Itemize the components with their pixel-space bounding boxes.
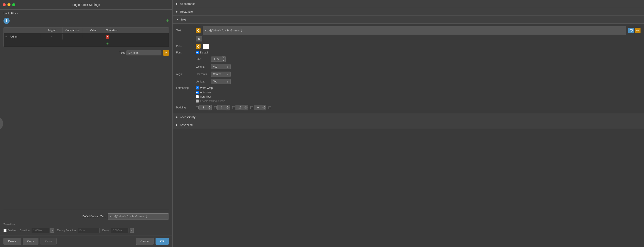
- padding-top-up[interactable]: ▲: [208, 105, 212, 108]
- text-edit-button[interactable]: ✏: [163, 50, 169, 56]
- padding-bottom-stepper[interactable]: ▲ ▼: [236, 105, 248, 110]
- cell-operation[interactable]: [82, 35, 104, 38]
- horizontal-select[interactable]: Center Left Right: [211, 72, 231, 77]
- share-icon[interactable]: [196, 28, 200, 33]
- color-swatch[interactable]: [203, 44, 209, 49]
- delete-row-button[interactable]: ✕: [106, 35, 109, 39]
- padding-left-icon: ☐: [250, 106, 253, 110]
- text-section-body: Text: <b>$(*bdnm)</b><br>$(*rmnm): [172, 23, 644, 113]
- padding-right-group: ☐ ▲ ▼: [214, 105, 230, 110]
- cell-value[interactable]: [63, 35, 82, 38]
- padding-left-down[interactable]: ▼: [262, 108, 266, 110]
- padding-right-icon: ☐: [214, 106, 217, 110]
- padding-left-input[interactable]: [254, 105, 262, 110]
- easing-label: Easing Function:: [57, 229, 76, 232]
- easing-select: Ease: [78, 228, 100, 233]
- vertical-select[interactable]: Top Middle Bottom: [211, 79, 231, 84]
- dialog-body: Logic Block ℹ + Trigger Comparison Value…: [0, 9, 172, 235]
- padding-left-group: ☐ ▲ ▼: [250, 105, 266, 110]
- row-handle[interactable]: ⠿: [4, 35, 8, 38]
- padding-bottom-input[interactable]: [236, 105, 244, 110]
- formatting-options: Word wrap Auto size Scroll bar Enable tr…: [196, 86, 225, 103]
- padding-top-down[interactable]: ▼: [208, 108, 212, 110]
- delete-button[interactable]: Delete: [4, 238, 21, 245]
- table-header: Trigger Comparison Value Operation: [4, 27, 169, 33]
- scroll-bar-checkbox[interactable]: [196, 95, 199, 98]
- default-value-input[interactable]: [108, 213, 169, 220]
- add-condition-button[interactable]: +: [106, 41, 110, 45]
- trailing-ellipsis-checkbox: [196, 99, 199, 103]
- padding-right-stepper[interactable]: ▲ ▼: [217, 105, 230, 110]
- duration-label: Duration:: [20, 229, 30, 232]
- padding-top-input[interactable]: [199, 105, 208, 110]
- auto-size-checkbox[interactable]: [196, 91, 199, 94]
- text-title: Text: [181, 18, 186, 21]
- padding-left-up[interactable]: ▲: [262, 105, 266, 108]
- accessibility-section-header[interactable]: ▶ Accessibility: [172, 113, 644, 121]
- advanced-section-header[interactable]: ▶ Advanced: [172, 121, 644, 129]
- size-up-arrow[interactable]: ▲: [222, 56, 226, 59]
- color-share-icon[interactable]: [196, 44, 200, 49]
- padding-right-up[interactable]: ▲: [226, 105, 230, 108]
- size-stepper[interactable]: ▲ ▼: [211, 56, 226, 62]
- enabled-checkbox[interactable]: [4, 229, 6, 232]
- font-default-checkbox[interactable]: [196, 51, 199, 54]
- dollar-row: $: [196, 36, 640, 41]
- maximize-button[interactable]: [12, 3, 15, 6]
- padding-right-down[interactable]: ▼: [226, 108, 230, 110]
- size-input[interactable]: [211, 56, 222, 62]
- text-pencil-button[interactable]: ✏: [635, 28, 640, 33]
- advanced-arrow-icon: ▶: [176, 123, 178, 126]
- cell-trigger[interactable]: *bdnm: [8, 34, 41, 39]
- default-value-row: Default Value: Text:: [4, 213, 169, 220]
- svg-line-4: [198, 30, 199, 32]
- text-monitor-button[interactable]: [628, 28, 634, 33]
- word-wrap-option: Word wrap: [196, 86, 225, 89]
- block-label: Logic Block: [4, 12, 18, 15]
- logic-table: Trigger Comparison Value Operation ⠿ *bd…: [4, 27, 169, 47]
- appearance-section-header[interactable]: ▶ Appearance: [172, 0, 644, 8]
- content-area: [4, 57, 169, 206]
- text-value-display[interactable]: <b>$(*bdnm)</b><br>$(*rmnm): [203, 26, 626, 35]
- padding-bottom-down[interactable]: ▼: [244, 108, 248, 110]
- padding-top-icon: ☐: [196, 106, 199, 110]
- padding-bottom-up[interactable]: ▲: [244, 105, 248, 108]
- close-button[interactable]: [2, 3, 6, 6]
- auto-size-label: Auto size: [200, 91, 211, 94]
- add-row-button[interactable]: +: [166, 18, 169, 23]
- font-default-label: Default: [200, 51, 208, 54]
- paste-button[interactable]: Paste: [40, 238, 56, 245]
- padding-left-stepper[interactable]: ▲ ▼: [254, 105, 266, 110]
- copy-button[interactable]: Copy: [23, 238, 38, 245]
- size-down-arrow[interactable]: ▼: [222, 59, 226, 62]
- padding-top-stepper[interactable]: ▲ ▼: [199, 105, 212, 110]
- svg-line-3: [198, 29, 199, 30]
- table-row: ⠿ *bdnm = ✕: [4, 33, 169, 40]
- font-label: Font:: [176, 51, 194, 54]
- scroll-bar-label: Scroll bar: [200, 95, 211, 98]
- cancel-button[interactable]: Cancel: [136, 238, 154, 245]
- text-prop-label: Text:: [176, 29, 194, 32]
- rectangle-section-header[interactable]: ▶ Rectangle: [172, 8, 644, 16]
- empty-row: +: [4, 40, 169, 47]
- auto-size-option: Auto size: [196, 91, 225, 94]
- col-comparison: Comparison: [63, 27, 82, 33]
- weight-row: Weight: 400 300 500 700 ▾: [176, 64, 640, 69]
- col-value: Value: [82, 27, 104, 33]
- delay-label: Delay:: [102, 229, 110, 232]
- easing-group: Easing Function: Ease: [57, 228, 100, 233]
- trailing-ellipsis-label: Enable trailing ellipsis: [200, 99, 225, 103]
- padding-right-input[interactable]: [217, 105, 226, 110]
- cell-comparison[interactable]: =: [41, 34, 63, 39]
- ok-button[interactable]: OK: [156, 238, 169, 245]
- svg-rect-5: [630, 29, 632, 31]
- info-icon[interactable]: ℹ: [4, 18, 10, 24]
- text-section-header[interactable]: ▼ Text: [172, 16, 644, 23]
- minimize-button[interactable]: [8, 3, 10, 6]
- weight-select[interactable]: 400 300 500 700: [211, 64, 231, 69]
- dialog-footer: Delete Copy Paste Cancel OK: [0, 235, 172, 247]
- word-wrap-checkbox[interactable]: [196, 86, 199, 89]
- settings-panel: ▶ Appearance ▶ Rectangle ▼ Text Text: <: [172, 0, 644, 247]
- text-field-input[interactable]: [126, 50, 162, 55]
- word-wrap-label: Word wrap: [200, 86, 213, 89]
